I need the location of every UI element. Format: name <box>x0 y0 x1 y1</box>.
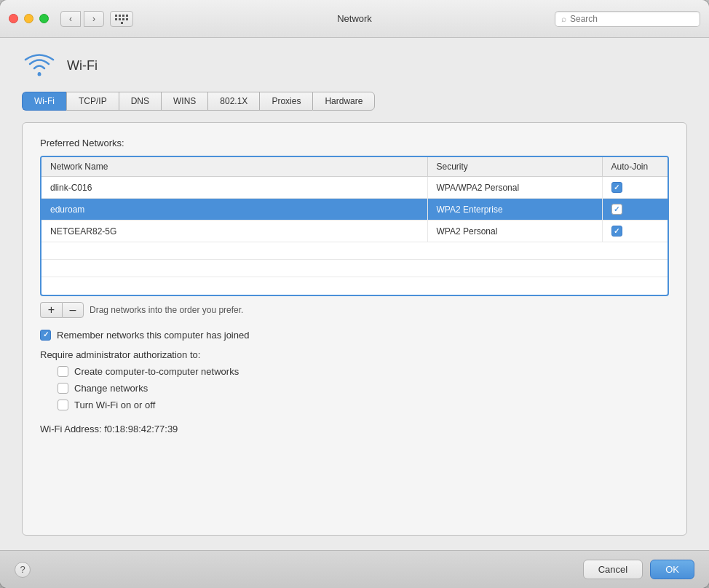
autojoin-cell: ✓ <box>602 199 668 220</box>
tab-tcpip[interactable]: TCP/IP <box>66 92 119 111</box>
tab-wifi[interactable]: Wi-Fi <box>22 92 66 111</box>
tab-dns[interactable]: DNS <box>119 92 161 111</box>
require-admin-label: Require administrator authorization to: <box>40 349 669 360</box>
add-network-button[interactable]: + <box>40 302 62 318</box>
back-icon: ‹ <box>69 14 72 24</box>
create-network-checkbox[interactable] <box>58 366 68 377</box>
titlebar: ‹ › Network ⌕ <box>0 0 709 38</box>
grid-dot <box>126 15 128 17</box>
wifi-icon <box>22 52 57 79</box>
autojoin-cell: ✓ <box>602 177 668 199</box>
forward-icon: › <box>92 14 95 24</box>
ok-button[interactable]: OK <box>650 560 694 579</box>
tab-8021x[interactable]: 802.1X <box>207 92 259 111</box>
col-header-name: Network Name <box>41 157 427 177</box>
checkmark-icon: ✓ <box>614 184 619 191</box>
preferred-networks-label: Preferred Networks: <box>40 138 669 148</box>
network-name-cell: dlink-C016 <box>41 177 427 199</box>
nav-buttons: ‹ › <box>60 11 104 27</box>
grid-dot <box>119 18 121 20</box>
wifi-address-label: Wi-Fi Address: <box>40 424 102 434</box>
add-remove-buttons: + – <box>40 302 84 318</box>
search-input[interactable] <box>570 14 694 24</box>
svg-point-0 <box>38 73 41 76</box>
page-title: Wi-Fi <box>67 58 98 74</box>
network-table: Network Name Security Auto-Join dlink-C0… <box>41 157 668 295</box>
help-button[interactable]: ? <box>15 562 31 578</box>
drag-hint: Drag networks into the order you prefer. <box>90 305 243 315</box>
autojoin-checkbox[interactable]: ✓ <box>611 204 622 215</box>
grid-button[interactable] <box>110 11 133 27</box>
bottom-buttons: Cancel OK <box>583 560 694 579</box>
table-row-empty <box>41 260 668 277</box>
table-row[interactable]: eduroam WPA2 Enterprise ✓ <box>41 199 668 220</box>
turn-wifi-row: Turn Wi-Fi on or off <box>58 400 669 410</box>
checkmark-icon: ✓ <box>614 206 619 213</box>
table-row-empty <box>41 242 668 260</box>
window-title: Network <box>337 13 372 24</box>
grid-dot <box>122 15 124 17</box>
grid-dot <box>121 22 123 24</box>
autojoin-cell: ✓ <box>602 220 668 242</box>
checkmark-icon: ✓ <box>43 331 49 338</box>
forward-button[interactable]: › <box>84 11 104 27</box>
network-table-wrapper: Network Name Security Auto-Join dlink-C0… <box>40 156 669 296</box>
tab-bar: Wi-Fi TCP/IP DNS WINS 802.1X Proxies Har… <box>22 92 687 111</box>
security-cell: WPA2 Enterprise <box>427 199 602 220</box>
table-row[interactable]: NETGEAR82-5G WPA2 Personal ✓ <box>41 220 668 242</box>
remember-networks-checkbox[interactable]: ✓ <box>40 330 51 341</box>
change-networks-row: Change networks <box>58 383 669 394</box>
col-header-autojoin: Auto-Join <box>602 157 668 177</box>
wifi-address: Wi-Fi Address: f0:18:98:42:77:39 <box>40 424 669 434</box>
table-header-row: Network Name Security Auto-Join <box>41 157 668 177</box>
security-cell: WPA/WPA2 Personal <box>427 177 602 199</box>
change-networks-label: Change networks <box>74 383 148 394</box>
grid-dot <box>115 18 117 20</box>
page-header: Wi-Fi <box>22 52 687 79</box>
tab-hardware[interactable]: Hardware <box>312 92 375 111</box>
tab-proxies[interactable]: Proxies <box>259 92 312 111</box>
create-network-label: Create computer-to-computer networks <box>74 366 239 377</box>
grid-dot <box>115 15 117 17</box>
grid-dot <box>126 18 128 20</box>
search-icon: ⌕ <box>561 14 566 24</box>
settings-panel: Preferred Networks: Network Name Securit… <box>22 122 687 536</box>
remove-network-button[interactable]: – <box>62 302 84 318</box>
checkmark-icon: ✓ <box>614 228 619 235</box>
table-controls: + – Drag networks into the order you pre… <box>40 302 669 318</box>
turn-wifi-label: Turn Wi-Fi on or off <box>74 400 155 410</box>
cancel-button[interactable]: Cancel <box>583 560 643 579</box>
grid-dot <box>122 18 124 20</box>
col-header-security: Security <box>427 157 602 177</box>
main-window: ‹ › Network ⌕ <box>0 0 709 588</box>
turn-wifi-checkbox[interactable] <box>58 400 68 410</box>
traffic-lights <box>9 14 49 23</box>
back-button[interactable]: ‹ <box>60 11 81 27</box>
table-row-empty <box>41 277 668 295</box>
autojoin-checkbox[interactable]: ✓ <box>611 182 622 193</box>
content-area: Wi-Fi Wi-Fi TCP/IP DNS WINS 802.1X Proxi… <box>0 38 709 550</box>
tab-wins[interactable]: WINS <box>161 92 207 111</box>
bottom-bar: ? Cancel OK <box>0 550 709 588</box>
close-button[interactable] <box>9 14 18 23</box>
autojoin-checkbox[interactable]: ✓ <box>611 226 622 237</box>
wifi-address-value: f0:18:98:42:77:39 <box>104 424 178 434</box>
create-network-row: Create computer-to-computer networks <box>58 366 669 377</box>
remember-networks-row: ✓ Remember networks this computer has jo… <box>40 330 669 341</box>
search-box[interactable]: ⌕ <box>555 11 700 27</box>
minimize-button[interactable] <box>24 14 33 23</box>
network-name-cell: NETGEAR82-5G <box>41 220 427 242</box>
admin-checkboxes: Create computer-to-computer networks Cha… <box>58 366 669 410</box>
grid-dot <box>119 15 121 17</box>
security-cell: WPA2 Personal <box>427 220 602 242</box>
remember-networks-label: Remember networks this computer has join… <box>57 330 249 341</box>
table-row[interactable]: dlink-C016 WPA/WPA2 Personal ✓ <box>41 177 668 199</box>
change-networks-checkbox[interactable] <box>58 383 68 394</box>
network-name-cell: eduroam <box>41 199 427 220</box>
maximize-button[interactable] <box>39 14 49 23</box>
